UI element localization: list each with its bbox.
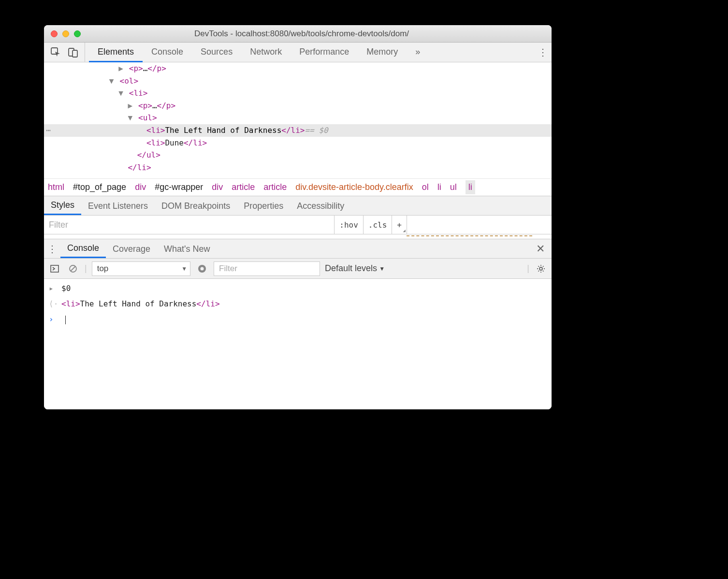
svg-rect-2 — [73, 50, 77, 57]
main-tabstrip: Elements Console Sources Network Perform… — [44, 43, 552, 62]
tree-tag: <ul> — [138, 113, 157, 122]
styles-preview — [44, 234, 552, 239]
tab-dom-breakpoints[interactable]: DOM Breakpoints — [155, 197, 237, 215]
svg-point-8 — [539, 267, 542, 270]
tab-event-listeners[interactable]: Event Listeners — [81, 197, 155, 215]
console-output[interactable]: ▸ $0 ⟨· <li>The Left Hand of Darkness</l… — [44, 279, 552, 409]
tree-tag: <li> — [146, 138, 165, 147]
close-window-button[interactable] — [51, 30, 58, 37]
console-input-text: $0 — [58, 281, 71, 296]
console-filter-input[interactable] — [214, 261, 320, 276]
styles-filter-input[interactable] — [44, 216, 334, 234]
tab-network[interactable]: Network — [241, 43, 291, 62]
styles-tabstrip: Styles Event Listeners DOM Breakpoints P… — [44, 196, 552, 215]
text-cursor — [65, 316, 66, 324]
expand-icon[interactable]: ▸ — [49, 281, 58, 296]
live-expressions-icon[interactable] — [195, 260, 209, 277]
drawer-tabstrip: ⋮ Console Coverage What's New ✕ — [44, 239, 552, 259]
tree-tag: </ul> — [137, 150, 160, 159]
tab-accessibility[interactable]: Accessibility — [290, 197, 351, 215]
tab-memory[interactable]: Memory — [358, 43, 407, 62]
close-drawer-button[interactable]: ✕ — [529, 243, 552, 255]
breadcrumb-item[interactable]: li — [437, 182, 441, 192]
tree-tag: <ol> — [120, 76, 139, 86]
console-prompt[interactable]: › — [44, 312, 552, 327]
svg-point-7 — [201, 267, 204, 270]
console-input-line: ▸ $0 — [44, 281, 552, 296]
drawer-tab-console[interactable]: Console — [60, 239, 106, 258]
tab-console[interactable]: Console — [143, 43, 192, 62]
svg-line-5 — [71, 266, 75, 271]
breadcrumb-item[interactable]: ul — [450, 182, 457, 192]
hover-state-button[interactable]: :hov — [334, 216, 363, 234]
devtools-window: DevTools - localhost:8080/web/tools/chro… — [44, 25, 552, 409]
output-indicator-icon: ⟨· — [49, 296, 58, 312]
minimize-window-button[interactable] — [62, 30, 69, 37]
drawer-tab-coverage[interactable]: Coverage — [106, 240, 157, 258]
tree-tag: </li> — [128, 163, 151, 172]
tab-sources[interactable]: Sources — [192, 43, 241, 62]
cls-button[interactable]: .cls — [363, 216, 392, 234]
context-select[interactable]: top ▼ — [92, 261, 190, 276]
tree-tag: <li> — [129, 88, 148, 98]
tab-properties[interactable]: Properties — [237, 197, 290, 215]
breadcrumb-item-selected[interactable]: li — [466, 180, 475, 194]
log-levels-select[interactable]: Default levels ▼ — [325, 263, 385, 274]
selected-dom-node[interactable]: ⋯ <li>The Left Hand of Darkness</li> == … — [44, 124, 552, 137]
inspect-element-icon[interactable] — [47, 43, 64, 61]
device-toolbar-icon[interactable] — [64, 43, 82, 61]
breadcrumb-item[interactable]: div — [135, 182, 146, 192]
breadcrumb-item[interactable]: #top_of_page — [73, 182, 126, 192]
titlebar: DevTools - localhost:8080/web/tools/chro… — [44, 25, 552, 43]
console-sidebar-toggle-icon[interactable] — [48, 260, 61, 277]
maximize-window-button[interactable] — [74, 30, 81, 37]
tab-overflow[interactable]: » — [407, 43, 429, 62]
breadcrumb-item[interactable]: div — [212, 182, 223, 192]
chevron-down-icon: ▼ — [379, 265, 385, 272]
tree-tag: <p> — [138, 101, 152, 110]
elements-tree[interactable]: ▶ <p>…</p> ▼ <ol> ▼ <li> ▶ <p>…</p> ▼ <u… — [44, 62, 552, 178]
window-title: DevTools - localhost:8080/web/tools/chro… — [81, 29, 552, 39]
drawer-menu-icon[interactable]: ⋮ — [44, 243, 60, 255]
tab-elements[interactable]: Elements — [89, 43, 143, 62]
chevron-down-icon: ▼ — [181, 265, 187, 272]
breadcrumb-item[interactable]: article — [232, 182, 255, 192]
new-style-rule-button[interactable]: +◢ — [392, 216, 407, 234]
prompt-chevron-icon: › — [49, 312, 58, 327]
clear-console-icon[interactable] — [66, 260, 80, 277]
breadcrumb-item[interactable]: html — [48, 182, 64, 192]
breadcrumb-item[interactable]: div.devsite-article-body.clearfix — [295, 182, 413, 192]
box-model-preview — [407, 235, 532, 237]
drawer-tab-whatsnew[interactable]: What's New — [157, 240, 217, 258]
styles-filter-row: :hov .cls +◢ — [44, 215, 552, 234]
tab-performance[interactable]: Performance — [291, 43, 358, 62]
tab-styles[interactable]: Styles — [44, 196, 81, 215]
console-settings-icon[interactable] — [534, 260, 548, 277]
breadcrumb-item[interactable]: article — [263, 182, 287, 192]
ellipsis-icon[interactable]: ⋯ — [46, 124, 51, 137]
console-output-line: ⟨· <li>The Left Hand of Darkness</li> — [44, 296, 552, 312]
breadcrumbs: html #top_of_page div #gc-wrapper div ar… — [44, 178, 552, 196]
console-output-text: <li>The Left Hand of Darkness</li> — [58, 296, 220, 312]
breadcrumb-item[interactable]: #gc-wrapper — [155, 182, 203, 192]
tree-tag: <p> — [129, 64, 143, 73]
breadcrumb-item[interactable]: ol — [422, 182, 429, 192]
traffic-lights — [44, 30, 81, 37]
console-toolbar: | top ▼ Default levels ▼ | — [44, 259, 552, 279]
settings-menu-icon[interactable]: ⋮ — [534, 46, 552, 58]
